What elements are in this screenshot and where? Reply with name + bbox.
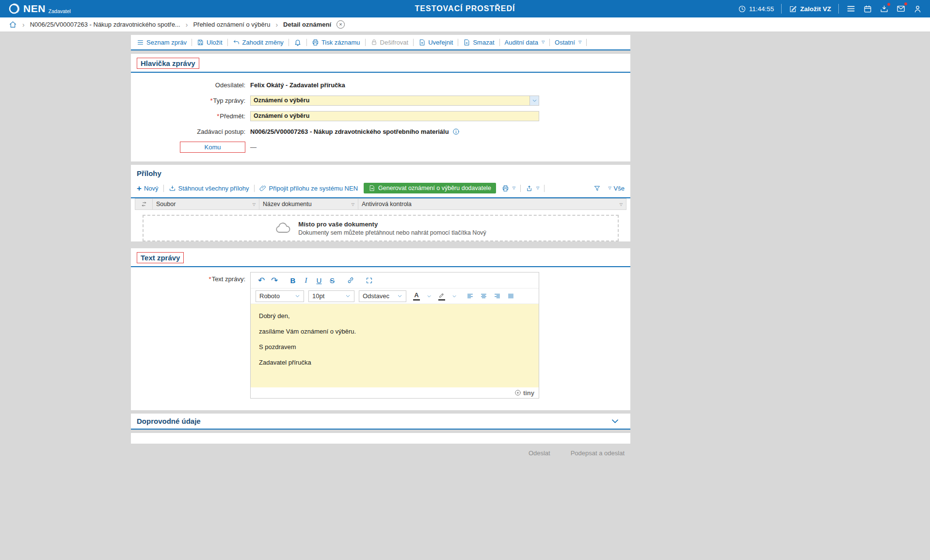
block-format-select[interactable]: Odstavec (359, 290, 406, 302)
create-vz-button[interactable]: Založit VZ (789, 5, 831, 13)
predmet-input[interactable] (250, 111, 539, 121)
menu-button[interactable] (846, 4, 856, 14)
message-header-form: Odesílatel: Felix Okátý - Zadavatel přír… (131, 73, 630, 161)
column-header-antivirova-kontrola[interactable]: Antivirová kontrola ▽ (358, 199, 626, 209)
calendar-icon (863, 4, 872, 14)
komu-link[interactable]: Komu (180, 142, 245, 153)
delete-button[interactable]: Smazat (463, 39, 494, 46)
print-record-button[interactable]: Tisk záznamu (312, 39, 360, 46)
notifications-button[interactable] (294, 38, 302, 46)
header-actions: 11:44:55 Založit VZ (738, 4, 922, 14)
form-row-komu: Komu — (131, 139, 630, 155)
export-icon (526, 185, 533, 192)
predmet-label: *Předmět: (131, 112, 250, 120)
typ-zpravy-value: Oznámení o výběru (254, 97, 309, 104)
new-attachment-button[interactable]: + Nový (137, 184, 159, 192)
font-family-select[interactable]: Roboto (256, 290, 304, 302)
audit-data-button[interactable]: Auditní data ▽ (505, 39, 545, 46)
save-icon (197, 39, 204, 46)
collapsible-header[interactable]: Doprovodné údaje (131, 414, 630, 430)
filter-triangle-icon[interactable]: ▽ (352, 202, 354, 207)
fullscreen-button[interactable] (363, 274, 375, 286)
toolbar-divider (365, 39, 366, 46)
brand[interactable]: NEN Zadavatel (8, 2, 71, 15)
attach-from-nen-button[interactable]: Připojit přílohu ze systému NEN (259, 185, 358, 192)
editor-statusbar: tiny (251, 387, 539, 398)
table-header-row: Soubor ▽ Název dokumentu ▽ Antivirová ko… (135, 198, 626, 210)
swap-columns-icon (141, 201, 147, 208)
printer-icon (502, 185, 509, 192)
downloads-button[interactable] (880, 4, 889, 14)
highlight-color-button[interactable] (436, 290, 448, 302)
print-attachments-button[interactable]: ▽ (502, 185, 515, 192)
export-attachments-button[interactable]: ▽ (526, 185, 539, 192)
typ-zpravy-select[interactable]: Oznámení o výběru (250, 96, 539, 106)
text-color-menu-button[interactable] (427, 294, 432, 299)
save-button[interactable]: Uložit (197, 39, 223, 46)
close-tab-button[interactable]: × (337, 20, 345, 29)
text-zpravy-row: *Text zprávy: ↶ ↷ B I U S (131, 267, 630, 410)
italic-button[interactable]: I (300, 274, 312, 286)
typ-zpravy-label: *Typ zprávy: (131, 97, 250, 104)
section-prilohy: Přílohy + Nový Stáhnout všechny přílohy … (131, 165, 630, 241)
breadcrumb-item-procedure[interactable]: N006/25/V00007263 - Nákup zdravotnického… (30, 21, 180, 28)
text-color-button[interactable]: A (411, 290, 422, 302)
align-right-button[interactable] (491, 290, 503, 302)
komu-value: — (250, 144, 257, 151)
editor-content[interactable]: Dobrý den, zasíláme Vám oznámení o výběr… (251, 304, 539, 387)
breadcrumb-separator: › (186, 21, 188, 29)
message-list-button[interactable]: Seznam zpráv (137, 39, 187, 46)
generate-notice-button[interactable]: Generovat oznámení o výběru dodavatele (364, 183, 496, 193)
publish-button[interactable]: Uveřejnit (418, 39, 453, 46)
section-title-prilohy: Přílohy (137, 169, 161, 177)
main-content: Seznam zpráv Uložit Zahodit změny Tisk z… (131, 32, 630, 457)
messages-button[interactable] (896, 4, 906, 14)
redo-button[interactable]: ↷ (269, 274, 280, 286)
rich-text-editor: ↶ ↷ B I U S (250, 272, 539, 399)
filter-triangle-icon[interactable]: ▽ (253, 202, 256, 207)
highlight-color-menu-button[interactable] (452, 294, 457, 299)
align-center-button[interactable] (478, 290, 489, 302)
toolbar-divider (306, 39, 307, 46)
underline-button[interactable]: U (313, 274, 325, 286)
odeslat-button[interactable]: Odeslat (529, 449, 550, 457)
discard-changes-button[interactable]: Zahodit změny (233, 39, 284, 46)
filter-button[interactable] (593, 185, 601, 192)
column-header-nazev-dokumentu[interactable]: Název dokumentu ▽ (259, 199, 358, 209)
attachments-toolbar: + Nový Stáhnout všechny přílohy Připojit… (131, 180, 630, 198)
tiny-logo-icon (514, 389, 521, 396)
undo-button[interactable]: ↶ (256, 274, 267, 286)
view-all-button[interactable]: ▽ Vše (607, 185, 625, 192)
bold-button[interactable]: B (287, 274, 299, 286)
edit-icon (789, 5, 797, 13)
form-row-typ-zpravy: *Typ zprávy: Oznámení o výběru (131, 93, 630, 108)
chevron-down-icon[interactable] (529, 96, 539, 105)
font-size-value: 10pt (312, 292, 324, 300)
chevron-down-icon (610, 416, 620, 426)
printer-icon (312, 39, 319, 46)
info-icon[interactable] (452, 128, 460, 135)
home-button[interactable] (9, 20, 17, 29)
font-size-select[interactable]: 10pt (308, 290, 354, 302)
justify-button[interactable] (505, 290, 516, 302)
breadcrumb-item-overview[interactable]: Přehled oznámení o výběru (193, 21, 270, 28)
footer-strip (131, 433, 630, 444)
breadcrumb-item-current[interactable]: Detail oznámení (283, 21, 331, 28)
toolbar-divider (458, 39, 458, 46)
file-dropzone[interactable]: Místo pro vaše dokumenty Dokumenty sem m… (143, 215, 619, 241)
column-settings-button[interactable] (135, 199, 153, 209)
strikethrough-button[interactable]: S (326, 274, 338, 286)
podepsat-a-odeslat-button[interactable]: Podepsat a odeslat (571, 449, 625, 457)
link-button[interactable] (345, 274, 356, 286)
download-all-attachments-button[interactable]: Stáhnout všechny přílohy (169, 185, 249, 192)
calendar-button[interactable] (863, 4, 872, 14)
tiny-brand[interactable]: tiny (523, 389, 534, 397)
filter-triangle-icon[interactable]: ▽ (620, 202, 623, 207)
other-actions-button[interactable]: Ostatní ▽ (555, 39, 581, 46)
decrypt-button: Dešifrovat (370, 39, 409, 46)
message-paragraph: S pozdravem (259, 343, 530, 351)
align-left-button[interactable] (464, 290, 476, 302)
dropzone-text: Místo pro vaše dokumenty Dokumenty sem m… (298, 221, 486, 236)
column-header-soubor[interactable]: Soubor ▽ (153, 199, 259, 209)
profile-button[interactable] (913, 4, 922, 14)
